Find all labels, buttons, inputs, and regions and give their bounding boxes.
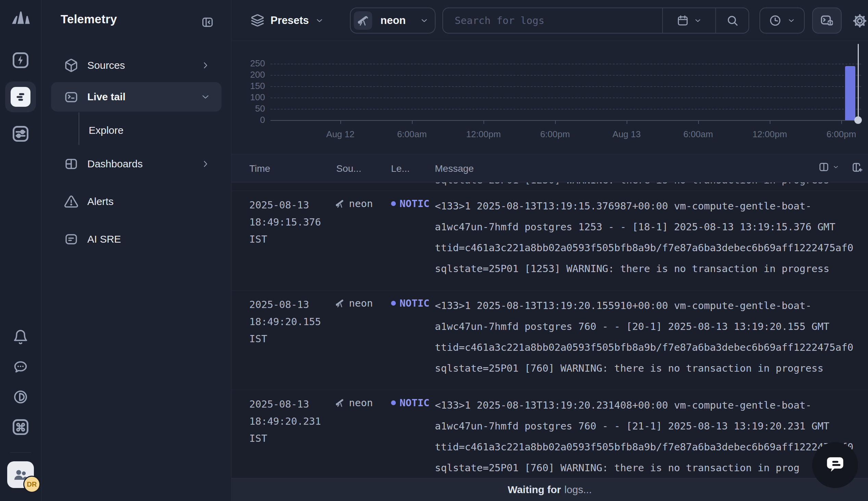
- sidebar: Telemetry Sources Live tail: [41, 0, 232, 501]
- sidebar-item-dashboards[interactable]: Dashboards: [51, 149, 222, 179]
- level-dot-icon: [391, 301, 396, 306]
- log-table-body[interactable]: sqlstate=25P01 [1250] WARNING: there is …: [232, 182, 868, 478]
- metrics-sliders-button[interactable]: [8, 121, 33, 146]
- columns-layout-button[interactable]: [818, 161, 839, 173]
- column-header-level[interactable]: Le...: [391, 163, 410, 174]
- sidebar-item-explore[interactable]: Explore: [51, 114, 222, 147]
- command-menu-button[interactable]: [8, 415, 33, 439]
- gridline: [271, 86, 861, 87]
- terminal-code-icon: [820, 13, 834, 28]
- sidebar-item-live-tail[interactable]: Live tail: [51, 82, 222, 111]
- brand-logo-icon[interactable]: [11, 9, 31, 27]
- column-header-source[interactable]: Sou...: [336, 163, 361, 174]
- log-row[interactable]: 2025-08-13 18:49:20.231 IST neon NOTIC <…: [232, 390, 868, 478]
- tree-branch-line: [78, 112, 80, 145]
- presets-button[interactable]: Presets: [251, 8, 324, 33]
- chat-bubble-icon: [824, 454, 846, 476]
- sidebar-item-label: Alerts: [87, 196, 114, 207]
- x-axis-line: [271, 120, 861, 121]
- feedback-chat-button[interactable]: [8, 354, 33, 379]
- log-row[interactable]: 2025-08-13 18:49:15.376 IST neon NOTIC <…: [232, 191, 868, 290]
- sidebar-item-ai-sre[interactable]: AI SRE: [51, 224, 222, 254]
- x-axis-tick-label: 6:00am: [671, 129, 726, 140]
- sidebar-collapse-button[interactable]: [199, 14, 216, 31]
- theme-contrast-button[interactable]: [8, 385, 33, 409]
- y-axis-tick-label: 50: [238, 103, 265, 114]
- log-time: 2025-08-13 18:49:20.155 IST: [249, 296, 332, 347]
- log-source: neon: [335, 397, 373, 408]
- log-message: <133>1 2025-08-13T13:19:20.155910+00:00 …: [435, 295, 868, 379]
- log-row-clipped[interactable]: sqlstate=25P01 [1250] WARNING: there is …: [232, 182, 868, 191]
- gridline: [271, 75, 861, 76]
- sidebar-item-label: Sources: [87, 60, 125, 71]
- source-select[interactable]: neon: [350, 8, 435, 33]
- telescope-icon: [354, 11, 372, 30]
- settings-button[interactable]: [852, 13, 868, 29]
- sidebar-item-sources[interactable]: Sources: [51, 51, 222, 80]
- sidebar-item-label: Live tail: [87, 91, 126, 103]
- sidebar-item-label: AI SRE: [87, 233, 121, 245]
- logs-nav-button[interactable]: [5, 82, 36, 112]
- layers-icon: [251, 14, 264, 28]
- volume-bar: [845, 66, 855, 120]
- level-dot-icon: [391, 401, 396, 405]
- source-select-value: neon: [380, 14, 406, 27]
- log-message: <133>1 2025-08-13T13:19:20.231408+00:00 …: [435, 395, 868, 478]
- x-axis-tick-label: Aug 12: [313, 129, 368, 140]
- search-submit-button[interactable]: [715, 8, 749, 33]
- y-axis-tick-label: 200: [238, 70, 265, 80]
- app-window: DR Telemetry Sources: [0, 0, 868, 501]
- x-axis-tick-label: 6:00pm: [814, 129, 868, 140]
- x-axis-tick: [698, 120, 699, 124]
- live-cursor-handle[interactable]: [854, 116, 862, 124]
- search-bar: Search for logs: [442, 8, 749, 33]
- chevron-down-icon: [201, 93, 210, 101]
- calendar-icon: [677, 14, 689, 27]
- icon-rail: DR: [0, 0, 41, 501]
- log-table-header: Time Sou... Le... Message: [232, 154, 868, 182]
- chevron-right-icon: [201, 159, 210, 168]
- waiting-text-muted: logs...: [564, 484, 592, 495]
- sidebar-item-label: Dashboards: [87, 158, 143, 170]
- column-header-message[interactable]: Message: [435, 163, 474, 174]
- main-content: Presets neon Search for: [232, 0, 868, 501]
- x-axis-tick: [627, 120, 627, 124]
- telescope-icon: [335, 398, 345, 408]
- date-range-button[interactable]: [662, 8, 715, 33]
- chevron-down-icon: [420, 16, 429, 25]
- x-axis-tick-label: 12:00pm: [742, 129, 797, 140]
- sidebar-item-alerts[interactable]: Alerts: [51, 187, 222, 216]
- live-cursor-line[interactable]: [858, 44, 859, 120]
- x-axis-tick-label: 6:00pm: [528, 129, 582, 140]
- time-range-button[interactable]: [760, 8, 805, 33]
- y-axis-tick-label: 250: [238, 58, 265, 69]
- live-tail-mode-button[interactable]: [812, 8, 841, 33]
- panel-collapse-icon: [201, 16, 214, 29]
- quickstart-lightning-button[interactable]: [8, 48, 33, 73]
- user-initials-badge[interactable]: DR: [23, 476, 40, 493]
- column-header-time[interactable]: Time: [249, 163, 270, 174]
- support-chat-button[interactable]: [812, 442, 858, 488]
- log-row[interactable]: 2025-08-13 18:49:20.155 IST neon NOTIC <…: [232, 290, 868, 390]
- log-time: 2025-08-13 18:49:15.376 IST: [249, 196, 332, 248]
- log-message: <133>1 2025-08-13T13:19:15.376987+00:00 …: [435, 196, 868, 279]
- add-column-icon: [851, 161, 863, 173]
- columns-layout-icon: [818, 161, 830, 173]
- live-logs-icon: [11, 87, 31, 107]
- gridline: [271, 64, 861, 64]
- chevron-right-icon: [201, 61, 210, 70]
- sidebar-item-label: Explore: [89, 125, 124, 136]
- y-axis-tick-label: 100: [238, 92, 265, 103]
- log-volume-chart: 250200150100500Aug 126:00am12:00pm6:00pm…: [232, 41, 868, 154]
- telescope-icon: [335, 199, 345, 209]
- add-column-button[interactable]: [851, 161, 863, 173]
- chevron-down-icon: [694, 17, 702, 25]
- search-input[interactable]: Search for logs: [443, 8, 662, 33]
- log-message: sqlstate=25P01 [1250] WARNING: there is …: [435, 182, 829, 191]
- chevron-down-icon: [787, 17, 795, 25]
- x-axis-tick-label: 6:00am: [384, 129, 439, 140]
- topbar: Presets neon Search for: [232, 0, 868, 41]
- x-axis-tick-label: Aug 13: [599, 129, 654, 140]
- gridline: [271, 97, 861, 98]
- notifications-bell-button[interactable]: [8, 325, 33, 349]
